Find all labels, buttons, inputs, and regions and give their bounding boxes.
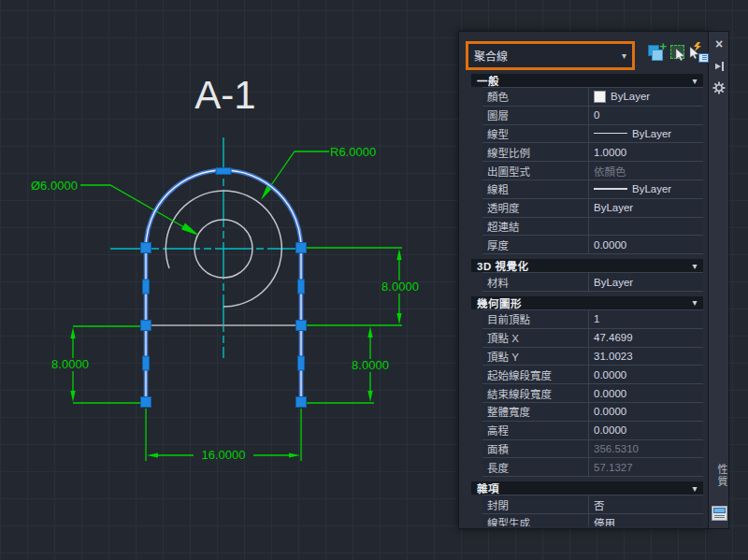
value-cell: 356.5310 [589,440,703,458]
color-swatch-icon [594,91,606,103]
autocad-window: Ø6.0000 R6.0000 8.0000 8.0000 8.0000 16.… [0,0,748,560]
selected-object-type: 聚合線 [468,48,616,64]
diameter-label: Ø6.0000 [31,179,78,193]
dimension-arrows [70,183,401,458]
value-cell[interactable] [589,218,703,236]
value-cell[interactable]: 0 [589,107,703,124]
dimensions[interactable] [73,151,402,461]
row-layer: 圖層 0 [482,107,703,125]
grip-midpoint [143,280,150,294]
value-cell[interactable]: 停用 [589,514,703,526]
value-cell[interactable]: 47.4699 [589,329,703,347]
close-icon[interactable]: × [709,36,729,51]
value-cell[interactable]: 1 [589,310,703,328]
value-cell[interactable]: 1.0000 [589,143,703,161]
grip-midpoint [298,356,305,370]
row-plot-style: 出圖型式 依顏色 [482,162,703,180]
plus-icon: + [659,39,667,53]
cursor-arrow-icon [675,49,686,61]
dimension-labels: Ø6.0000 R6.0000 8.0000 8.0000 8.0000 16.… [31,145,419,462]
row-transparency: 透明度 ByLayer [482,199,703,218]
value-cell[interactable]: ByLayer [589,199,703,217]
value-cell[interactable]: ByLayer [589,125,703,143]
value-cell[interactable]: 31.0023 [589,348,703,366]
row-hyperlink: 超連結 [482,218,703,237]
chevron-down-icon: ▾ [692,483,698,494]
gear-icon[interactable] [709,81,729,98]
row-closed: 封閉 否 [482,495,703,514]
pickadd-toggle-icon[interactable]: + [647,44,666,63]
chevron-down-icon: ▾ [692,261,698,271]
select-objects-icon[interactable] [669,44,688,63]
row-thickness: 厚度 0.0000 [482,236,703,254]
section-header-geometry[interactable]: 幾何圖形 ▾ [471,296,703,309]
list-icon [698,53,709,63]
row-elevation: 高程 0.0000 [482,422,703,440]
lightning-icon [693,42,702,51]
row-global-width: 整體寬度 0.0000 [482,403,703,422]
row-length: 長度 57.1327 [482,458,703,477]
value-cell[interactable]: 0.0000 [589,403,703,421]
value-cell[interactable]: ByLayer [589,88,703,106]
section-rows-3d: 材料 ByLayer [482,272,703,292]
drawing-title[interactable]: A-1 [194,73,255,117]
palette-titlebar: × 性質 [709,31,729,529]
dim-right-lower: 8.0000 [352,358,389,372]
linetype-sample-icon [594,133,627,134]
grip-midpoint [298,280,305,294]
grip-midpoint [216,168,231,175]
grip-vertex [141,397,151,408]
value-cell[interactable]: 否 [589,495,703,513]
chevron-down-icon: ▾ [692,76,698,86]
auto-hide-icon[interactable] [709,59,729,76]
object-type-selector[interactable]: 聚合線 ▾ [466,41,635,70]
section-rows-misc: 封閉 否 線型生成 停用 [482,495,703,526]
dim-bottom: 16.0000 [202,448,246,462]
dim-right-upper: 8.0000 [381,280,419,294]
chevron-down-icon: ▾ [616,50,632,61]
row-start-width: 起始線段寬度 0.0000 [482,366,703,384]
row-vertex-x: 頂點 X 47.4699 [482,329,703,348]
section-rows-general: 顏色 ByLayer 圖層 0 線型 ByLayer 線型比例 1.0000 出… [482,87,703,254]
row-material: 材料 ByLayer [482,273,703,292]
row-vertex-y: 頂點 Y 31.0023 [482,348,703,366]
value-cell[interactable]: 0.0000 [589,366,703,383]
grip-midpoint [143,356,150,370]
row-end-width: 結束線段寬度 0.0000 [482,384,703,403]
properties-palette: 聚合線 ▾ + 一般 ▾ [458,31,709,529]
section-header-general[interactable]: 一般 ▾ [471,74,703,87]
section-header-misc[interactable]: 雜項 ▾ [471,481,703,495]
section-rows-geometry: 目前頂點 1 頂點 X 47.4699 頂點 Y 31.0023 起始線段寬度 … [482,309,703,477]
value-cell: 57.1327 [589,458,703,476]
properties-palette-icon[interactable] [712,506,727,521]
chevron-down-icon: ▾ [692,297,698,308]
dim-left: 8.0000 [51,357,89,371]
value-cell[interactable]: 0.0000 [589,236,703,253]
palette-tab-label[interactable]: 性質 [709,455,729,496]
value-cell[interactable]: 0.0000 [589,422,703,439]
value-cell[interactable]: ByLayer [589,273,703,291]
row-area: 面積 356.5310 [482,440,703,459]
row-color: 顏色 ByLayer [482,88,703,107]
value-cell[interactable]: 0.0000 [589,384,703,402]
section-header-3d-visualization[interactable]: 3D 視覺化 ▾ [471,259,703,272]
grip-vertex [141,243,151,253]
value-cell[interactable]: ByLayer [589,180,703,198]
row-linetype: 線型 ByLayer [482,125,703,144]
grip-vertex [296,397,307,408]
quick-select-icon[interactable] [689,44,708,63]
radius-label: R6.0000 [330,145,376,159]
lineweight-sample-icon [594,188,627,190]
row-current-vertex: 目前頂點 1 [482,310,703,329]
row-linetype-scale: 線型比例 1.0000 [482,143,703,162]
row-linetype-generation: 線型生成 停用 [482,514,703,526]
grip-vertex [141,321,151,331]
row-lineweight: 線粗 ByLayer [482,180,703,199]
grip-vertex [296,321,307,331]
value-cell: 依顏色 [589,162,703,179]
grip-vertex [296,243,307,253]
